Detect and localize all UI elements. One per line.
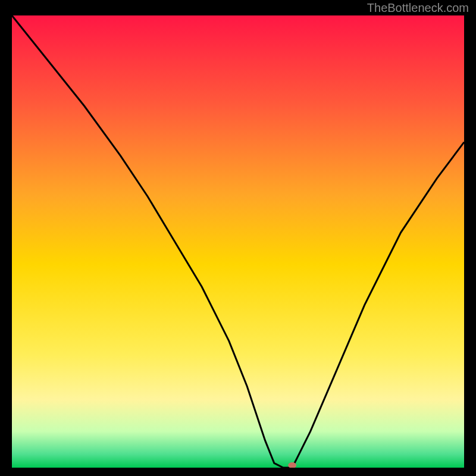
plot-area <box>12 15 464 468</box>
watermark-text: TheBottleneck.com <box>367 1 469 15</box>
chart-canvas: TheBottleneck.com <box>0 0 476 476</box>
chart-svg <box>12 15 464 468</box>
